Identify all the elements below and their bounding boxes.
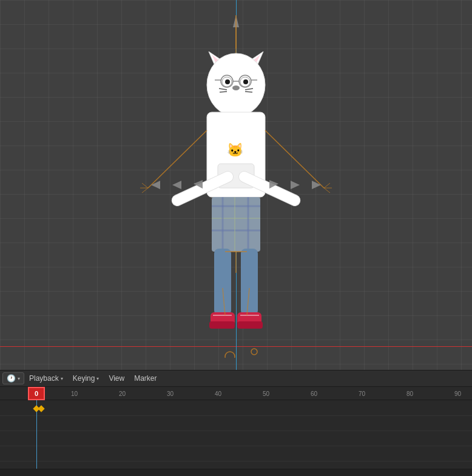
svg-line-31 [265, 130, 324, 188]
current-frame-indicator[interactable]: 0 [28, 387, 45, 400]
lane-divider-2 [0, 431, 472, 431]
timeline-scrollbar[interactable] [0, 469, 472, 476]
svg-rect-57 [209, 321, 235, 329]
svg-line-16 [245, 92, 252, 92]
playback-chevron: ▾ [61, 376, 63, 381]
marker-menu[interactable]: Marker [129, 373, 161, 384]
ruler-tick-20: 20 [119, 391, 126, 397]
lane-divider-4 [0, 461, 472, 461]
character-svg: 🐱 [133, 12, 339, 358]
svg-rect-55 [241, 249, 258, 315]
playback-menu[interactable]: Playback ▾ [24, 373, 68, 384]
svg-point-12 [232, 85, 240, 90]
character-container: 🐱 [133, 12, 339, 358]
keying-menu[interactable]: Keying ▾ [68, 373, 104, 384]
ruler-tick-30: 30 [167, 391, 174, 397]
svg-point-11 [243, 79, 248, 84]
ruler-tick-80: 80 [406, 391, 413, 397]
frame-number: 0 [35, 390, 38, 397]
timeline-menubar: 🕐 ▾ Playback ▾ Keying ▾ View Marker [0, 370, 472, 387]
ruler-tick-40: 40 [215, 391, 221, 397]
ruler-tick-60: 60 [311, 391, 317, 397]
viewport[interactable]: 🐱 [0, 0, 472, 370]
marker-label: Marker [134, 374, 157, 383]
svg-line-44 [324, 188, 330, 193]
svg-line-41 [142, 188, 148, 193]
ruler-tick-10: 10 [71, 391, 78, 397]
svg-line-39 [142, 183, 148, 188]
svg-text:🐱: 🐱 [227, 142, 244, 158]
clock-icon: 🕐 [7, 374, 16, 383]
view-label: View [109, 374, 124, 383]
svg-line-29 [148, 130, 207, 188]
svg-marker-33 [151, 181, 160, 189]
view-menu[interactable]: View [104, 373, 129, 384]
keying-chevron: ▾ [96, 376, 99, 381]
svg-marker-34 [172, 181, 181, 189]
svg-line-42 [324, 183, 330, 188]
clock-menu[interactable]: 🕐 ▾ [2, 372, 24, 384]
timeline-ruler[interactable]: 0 10 20 30 40 50 60 70 80 90 [0, 387, 472, 400]
svg-marker-36 [312, 181, 321, 189]
lane-divider-1 [0, 415, 472, 416]
timeline: 🕐 ▾ Playback ▾ Keying ▾ View Marker 0 10 [0, 370, 472, 476]
lane-divider-3 [0, 446, 472, 446]
svg-point-62 [225, 352, 235, 358]
playback-label: Playback [29, 374, 59, 383]
svg-rect-60 [237, 321, 263, 329]
keyframe-0b[interactable] [38, 405, 44, 412]
timeline-content[interactable] [0, 400, 472, 469]
ruler-tick-90: 90 [454, 391, 461, 397]
ruler-tick-50: 50 [263, 391, 269, 397]
svg-point-10 [225, 79, 230, 84]
ruler-tick-70: 70 [359, 391, 365, 397]
svg-line-15 [220, 92, 227, 92]
keying-label: Keying [73, 374, 95, 383]
svg-point-7 [207, 53, 265, 116]
svg-point-63 [251, 349, 257, 355]
clock-chevron: ▾ [18, 376, 20, 381]
svg-rect-54 [214, 249, 231, 315]
svg-marker-37 [291, 181, 300, 189]
